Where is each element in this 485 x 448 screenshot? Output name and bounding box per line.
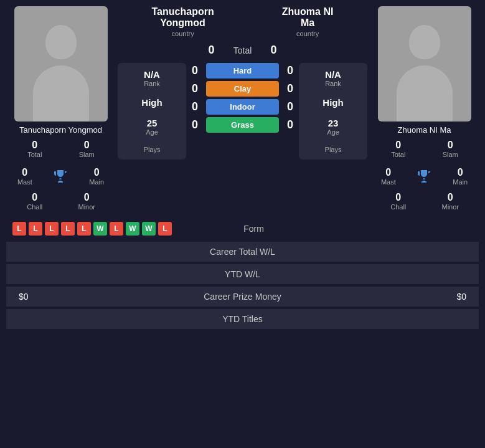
grass-row: 0 Grass 0 xyxy=(189,117,296,133)
ytd-wl-label: YTD W/L xyxy=(225,269,260,279)
career-prize-strip: $0 Career Prize Money $0 xyxy=(6,287,479,307)
right-main-value: 0 xyxy=(458,167,463,178)
right-info-panel: N/A Rank High 23 Age Plays xyxy=(299,63,367,160)
right-chall-label: Chall xyxy=(390,203,406,211)
right-minor-value: 0 xyxy=(448,192,453,203)
right-age-label: Age xyxy=(327,128,339,136)
total-left-score: 0 xyxy=(205,44,218,57)
right-minor-label: Minor xyxy=(441,203,459,211)
grass-right: 0 xyxy=(284,118,296,131)
right-mast-label: Mast xyxy=(381,178,396,186)
career-wl-label: Career Total W/L xyxy=(210,247,275,257)
right-slam-label: Slam xyxy=(443,151,458,158)
left-prize-value: $0 xyxy=(19,292,29,302)
right-prize-value: $0 xyxy=(456,292,466,302)
left-info-panel: N/A Rank High 25 Age Plays xyxy=(118,63,186,160)
left-slam-label: Slam xyxy=(79,151,95,158)
clay-left: 0 xyxy=(189,82,201,95)
indoor-left: 0 xyxy=(189,100,201,113)
right-high-value: High xyxy=(323,97,343,108)
center-left-name: Tanuchaporn xyxy=(152,6,214,17)
right-player-name: Zhuoma NI Ma xyxy=(398,125,451,135)
right-country-flag: country xyxy=(282,30,334,37)
left-main-label: Main xyxy=(89,178,104,186)
form-badge-6: W xyxy=(93,222,107,236)
left-country-flag: country xyxy=(152,30,214,37)
ytd-titles-strip: YTD Titles xyxy=(6,309,479,329)
total-right-score: 0 xyxy=(268,44,280,57)
right-age-value: 23 xyxy=(328,118,339,128)
clay-row: 0 Clay 0 xyxy=(189,81,296,97)
clay-button[interactable]: Clay xyxy=(206,81,279,97)
hard-right: 0 xyxy=(284,64,296,77)
left-player-name: Tanuchaporn Yongmod xyxy=(19,125,102,135)
grass-button[interactable]: Grass xyxy=(206,117,279,133)
indoor-button[interactable]: Indoor xyxy=(206,99,279,115)
total-row: 0 Total 0 xyxy=(118,44,367,57)
career-wl-strip: Career Total W/L xyxy=(6,242,479,262)
left-slam-value: 0 xyxy=(84,140,90,151)
left-mast-label: Mast xyxy=(17,178,32,186)
center-stats-column: Tanuchaporn Yongmod country Zhuoma NI Ma… xyxy=(118,6,367,160)
right-player-avatar xyxy=(378,6,471,122)
left-plays-label: Plays xyxy=(144,146,161,153)
left-main-value: 0 xyxy=(94,167,100,178)
career-prize-label: Career Prize Money xyxy=(204,292,281,302)
total-label: Total xyxy=(224,45,261,55)
right-chall-value: 0 xyxy=(395,192,401,203)
form-badge-5: L xyxy=(77,222,91,236)
form-badge-4: L xyxy=(61,222,75,236)
form-badge-3: L xyxy=(45,222,59,236)
left-total-value: 0 xyxy=(32,140,37,151)
hard-left: 0 xyxy=(189,64,201,77)
form-label: Form xyxy=(243,224,264,234)
left-minor-label: Minor xyxy=(78,203,95,211)
left-player-avatar xyxy=(14,6,108,122)
left-player-card: Tanuchaporn Yongmod 0 Total 0 Slam 0 Mas… xyxy=(6,6,115,213)
center-left-name2: Yongmod xyxy=(152,17,214,29)
left-rank-value: N/A xyxy=(144,69,160,80)
left-minor-value: 0 xyxy=(84,192,90,203)
form-row: L L L L L W L W W L Form xyxy=(6,218,479,239)
ytd-wl-strip: YTD W/L xyxy=(6,264,479,284)
form-badge-7: L xyxy=(110,222,123,236)
left-trophy-icon xyxy=(53,169,68,184)
right-trophy-icon xyxy=(417,169,431,184)
grass-left: 0 xyxy=(189,118,201,131)
form-badge-2: L xyxy=(29,222,42,236)
form-badge-10: L xyxy=(158,222,172,236)
indoor-row: 0 Indoor 0 xyxy=(189,99,296,115)
left-total-label: Total xyxy=(27,151,42,158)
left-high-value: High xyxy=(141,97,162,108)
bottom-section: L L L L L W L W W L Form Career Total W/… xyxy=(6,218,479,329)
right-rank-value: N/A xyxy=(325,69,341,80)
right-plays-label: Plays xyxy=(325,146,342,153)
right-rank-label: Rank xyxy=(325,80,341,87)
court-scores: 0 Hard 0 0 Clay 0 0 Indoor 0 xyxy=(189,63,296,133)
right-slam-value: 0 xyxy=(448,140,453,151)
left-age-label: Age xyxy=(146,128,158,136)
hard-row: 0 Hard 0 xyxy=(189,63,296,79)
right-main-label: Main xyxy=(453,178,468,186)
clay-right: 0 xyxy=(284,82,296,95)
right-total-label: Total xyxy=(391,151,405,158)
form-badges: L L L L L W L W W L xyxy=(12,222,172,236)
center-right-name2: Ma xyxy=(282,17,334,29)
right-player-card: Zhuoma NI Ma 0 Total 0 Slam 0 Mast xyxy=(370,6,479,213)
form-badge-9: W xyxy=(142,222,156,236)
right-mast-value: 0 xyxy=(385,167,391,178)
left-chall-label: Chall xyxy=(27,203,42,211)
right-total-value: 0 xyxy=(395,140,401,151)
left-mast-value: 0 xyxy=(22,167,27,178)
left-age-value: 25 xyxy=(147,118,158,128)
indoor-right: 0 xyxy=(284,100,296,113)
form-badge-8: W xyxy=(126,222,139,236)
left-rank-label: Rank xyxy=(144,80,160,87)
ytd-titles-label: YTD Titles xyxy=(222,314,263,324)
form-badge-1: L xyxy=(12,222,26,236)
center-right-name: Zhuoma NI xyxy=(282,6,334,17)
left-chall-value: 0 xyxy=(32,192,37,203)
hard-button[interactable]: Hard xyxy=(206,63,279,79)
